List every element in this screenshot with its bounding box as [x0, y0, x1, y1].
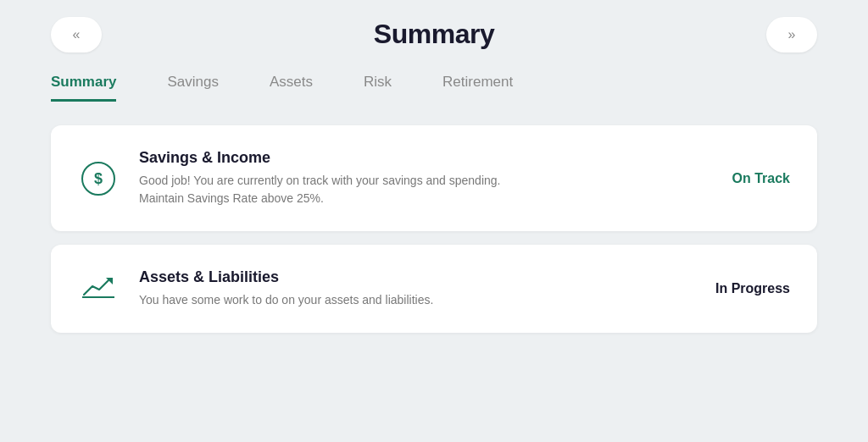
header: « Summary » [51, 0, 817, 65]
page-wrapper: « Summary » Summary Savings Assets Risk … [0, 0, 868, 442]
svg-text:$: $ [94, 170, 103, 187]
chevron-left-icon: « [73, 27, 81, 42]
assets-liabilities-title: Assets & Liabilities [139, 268, 695, 286]
assets-liabilities-card: Assets & Liabilities You have some work … [51, 245, 817, 333]
tab-summary[interactable]: Summary [51, 74, 116, 102]
savings-income-status: On Track [732, 171, 790, 186]
assets-liabilities-content: Assets & Liabilities You have some work … [139, 268, 695, 309]
savings-income-content: Savings & Income Good job! You are curre… [139, 149, 712, 207]
nav-left-button[interactable]: « [51, 17, 102, 52]
page-title: Summary [374, 19, 494, 50]
tab-risk[interactable]: Risk [364, 74, 392, 102]
tab-bar: Summary Savings Assets Risk Retirement [51, 65, 817, 102]
svg-rect-2 [82, 296, 114, 298]
assets-liabilities-description: You have some work to do on your assets … [139, 291, 546, 309]
chart-up-icon [78, 268, 119, 309]
nav-right-button[interactable]: » [766, 17, 817, 52]
savings-income-title: Savings & Income [139, 149, 712, 167]
assets-liabilities-status: In Progress [715, 281, 790, 296]
dollar-circle-icon: $ [78, 158, 119, 199]
tab-retirement[interactable]: Retirement [442, 74, 513, 102]
tab-assets[interactable]: Assets [270, 74, 313, 102]
savings-income-card: $ Savings & Income Good job! You are cur… [51, 125, 817, 231]
chevron-right-icon: » [788, 27, 796, 42]
savings-income-description: Good job! You are currently on track wit… [139, 172, 546, 207]
tab-savings[interactable]: Savings [167, 74, 218, 102]
